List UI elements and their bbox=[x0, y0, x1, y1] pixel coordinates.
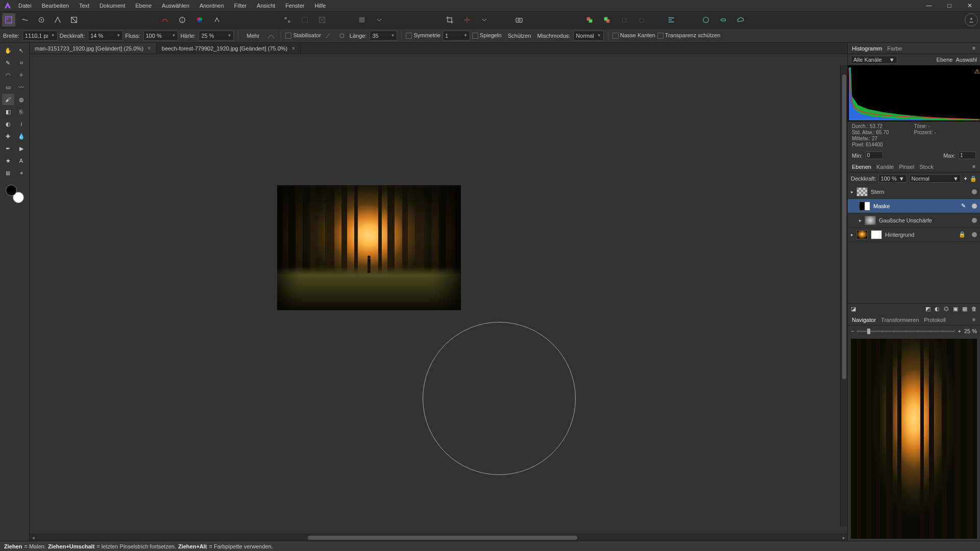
scroll-right-icon[interactable]: ▸ bbox=[840, 534, 847, 541]
dodge-tool-icon[interactable]: ◐ bbox=[2, 118, 14, 130]
histogram-max-field[interactable] bbox=[959, 152, 976, 159]
visibility-toggle-icon[interactable] bbox=[972, 218, 977, 223]
scroll-left-icon[interactable]: ◂ bbox=[30, 534, 37, 541]
colour-picker-tool-icon[interactable]: ✎ bbox=[2, 57, 14, 68]
mask-add-icon[interactable]: ◩ bbox=[925, 306, 930, 312]
text-tool-icon[interactable]: A bbox=[15, 155, 28, 166]
arrange-front-icon[interactable] bbox=[583, 13, 596, 27]
persona-photo-icon[interactable] bbox=[2, 13, 15, 27]
fill-tool-icon[interactable]: ◍ bbox=[15, 94, 28, 105]
rope-stabilizer-icon[interactable] bbox=[323, 31, 334, 41]
persona-export-icon[interactable] bbox=[67, 13, 81, 27]
layer-effects-icon[interactable]: ◪ bbox=[851, 306, 856, 312]
select-invert-icon[interactable] bbox=[298, 13, 311, 27]
stabilizer-checkbox[interactable]: Stabilisator bbox=[285, 32, 321, 39]
smudge-tool-icon[interactable]: ≀ bbox=[15, 118, 28, 130]
brush-width-field[interactable]: ▼ bbox=[22, 31, 58, 41]
visibility-toggle-icon[interactable] bbox=[972, 204, 977, 209]
freehand-tool-icon[interactable]: 〰 bbox=[15, 82, 28, 93]
expand-icon[interactable]: ▸ bbox=[859, 218, 862, 223]
camera-icon[interactable] bbox=[512, 13, 526, 27]
menu-anordnen[interactable]: Anordnen bbox=[194, 1, 229, 10]
group-icon[interactable]: ▣ bbox=[953, 306, 958, 312]
arrange-forward-icon[interactable]: ▢ bbox=[618, 13, 631, 27]
sync-icon[interactable] bbox=[699, 13, 713, 27]
histogram-selection-button[interactable]: Auswahl bbox=[955, 57, 977, 63]
wet-edges-checkbox[interactable]: Nasse Kanten bbox=[612, 32, 655, 39]
close-tab-icon[interactable]: × bbox=[291, 45, 295, 52]
quickmask-icon[interactable] bbox=[355, 13, 369, 27]
paintbrush-tool-icon[interactable]: 🖌 bbox=[2, 94, 14, 105]
hand-tool-icon[interactable]: ✋ bbox=[2, 45, 14, 56]
flood-select-tool-icon[interactable]: ✧ bbox=[15, 69, 28, 81]
tab-protokoll[interactable]: Protokoll bbox=[924, 317, 946, 323]
visibility-toggle-icon[interactable] bbox=[972, 232, 977, 237]
delete-layer-icon[interactable]: 🗑 bbox=[971, 306, 977, 312]
layer-opacity-field[interactable]: 100 %▼ bbox=[878, 174, 907, 183]
layer-fx-icon[interactable]: ✦ bbox=[963, 176, 968, 182]
persona-liquify-icon[interactable] bbox=[18, 13, 32, 27]
stabilizer-length-field[interactable]: ▼ bbox=[370, 31, 397, 41]
selection-brush-tool-icon[interactable]: ◠ bbox=[2, 69, 14, 81]
layer-row[interactable]: ▸ Hintergrund 🔒 bbox=[848, 228, 980, 242]
healing-tool-icon[interactable]: ✚ bbox=[2, 131, 14, 142]
persona-tonemap-icon[interactable] bbox=[51, 13, 64, 27]
marquee-tool-icon[interactable]: ▭ bbox=[2, 82, 14, 93]
zoom-slider[interactable] bbox=[857, 331, 954, 332]
lock-icon[interactable]: 🔒 bbox=[959, 231, 966, 238]
tab-ebenen[interactable]: Ebenen bbox=[852, 164, 871, 170]
canvas[interactable] bbox=[30, 54, 847, 534]
zoom-tool-icon[interactable]: ⌖ bbox=[15, 167, 28, 179]
vertical-scrollbar[interactable] bbox=[840, 65, 847, 527]
window-stabilizer-icon[interactable] bbox=[336, 31, 348, 41]
tab-stock[interactable]: Stock bbox=[919, 164, 934, 170]
menu-text[interactable]: Text bbox=[74, 1, 94, 10]
menu-hilfe[interactable]: Hilfe bbox=[309, 1, 331, 10]
zoom-out-icon[interactable]: − bbox=[851, 328, 854, 334]
mesh-tool-icon[interactable]: ⊞ bbox=[2, 167, 14, 179]
adjustment-add-icon[interactable]: ◐ bbox=[935, 306, 940, 312]
clone-tool-icon[interactable]: ⎘ bbox=[15, 106, 28, 117]
navigator-preview[interactable] bbox=[851, 339, 977, 539]
tab-farbe[interactable]: Farbe bbox=[887, 45, 902, 52]
zoom-in-icon[interactable]: + bbox=[958, 328, 961, 334]
colour-swatch[interactable] bbox=[6, 185, 24, 203]
brush-hardness-field[interactable]: ▼ bbox=[199, 31, 234, 41]
layer-row[interactable]: ▸ Stern bbox=[848, 185, 980, 199]
protect-alpha-checkbox[interactable]: Transparenz schützen bbox=[657, 32, 720, 39]
align-icon[interactable] bbox=[665, 13, 678, 27]
document-tab-1[interactable]: man-3151723_1920.jpg [Geändert] (25.0%)× bbox=[30, 43, 157, 54]
crop-icon[interactable] bbox=[443, 13, 456, 27]
shape-tool-icon[interactable]: ★ bbox=[2, 155, 14, 166]
close-window-button[interactable]: ✕ bbox=[960, 0, 980, 11]
layer-lock-icon[interactable]: 🔒 bbox=[970, 176, 977, 182]
panel-menu-icon[interactable]: ≡ bbox=[972, 317, 976, 322]
symmetry-count-field[interactable]: ▼ bbox=[443, 31, 470, 41]
autocolour-icon[interactable] bbox=[193, 13, 206, 27]
maximize-button[interactable]: □ bbox=[939, 0, 960, 11]
protect-button[interactable]: Schützen bbox=[504, 32, 535, 40]
cloud-icon[interactable] bbox=[734, 13, 747, 27]
edit-icon[interactable]: ✎ bbox=[961, 203, 966, 209]
symmetry-checkbox[interactable]: Symmetrie bbox=[406, 32, 440, 39]
add-layer-icon[interactable]: ▦ bbox=[962, 306, 967, 312]
autolevels-icon[interactable] bbox=[176, 13, 189, 27]
tab-kanaele[interactable]: Kanäle bbox=[876, 164, 894, 170]
menu-filter[interactable]: Filter bbox=[229, 1, 252, 10]
brush-opacity-field[interactable]: ▼ bbox=[88, 31, 123, 41]
autocontrast-icon[interactable] bbox=[158, 13, 172, 27]
document-tab-2[interactable]: beech-forest-779902_1920.jpg [Geändert] … bbox=[157, 43, 301, 54]
menu-fenster[interactable]: Fenster bbox=[280, 1, 309, 10]
arrange-backward-icon[interactable]: ▢ bbox=[635, 13, 648, 27]
pen-tool-icon[interactable]: ✒ bbox=[2, 143, 14, 154]
quickmask-dropdown-icon[interactable] bbox=[373, 13, 386, 27]
node-tool-icon[interactable]: ▶ bbox=[15, 143, 28, 154]
histogram-min-field[interactable] bbox=[866, 152, 883, 159]
menu-auswaehlen[interactable]: Auswählen bbox=[157, 1, 194, 10]
panel-menu-icon[interactable]: ≡ bbox=[972, 164, 976, 169]
horizontal-scrollbar[interactable]: ◂ ▸ bbox=[30, 534, 847, 541]
select-deselect-icon[interactable] bbox=[315, 13, 329, 27]
tab-navigator[interactable]: Navigator bbox=[852, 317, 876, 323]
layer-row[interactable]: Maske ✎ bbox=[848, 199, 980, 213]
more-button[interactable]: Mehr bbox=[242, 32, 263, 40]
